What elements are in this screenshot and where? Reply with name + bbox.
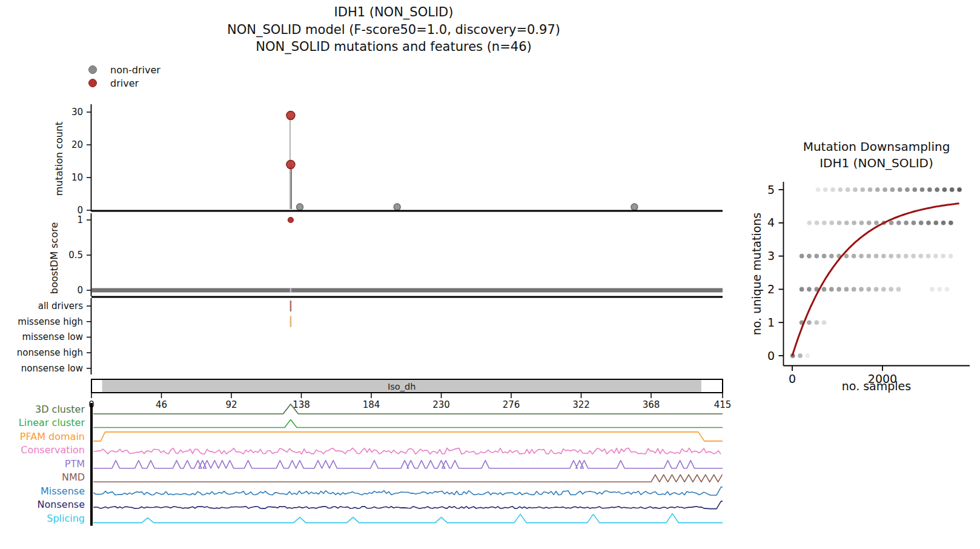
- ds-dot: [816, 187, 821, 192]
- ds-dot: [846, 187, 850, 192]
- driver-point: [286, 160, 295, 168]
- ds-dot: [844, 221, 849, 225]
- feature-track-nmd: [93, 474, 722, 482]
- ds-dot: [874, 221, 879, 225]
- ds-dot: [904, 254, 909, 259]
- ds-dot: [829, 221, 834, 225]
- ds-dot: [844, 287, 849, 292]
- ds-dot: [890, 187, 895, 192]
- x-axis-tick-label: 46: [156, 399, 167, 410]
- ds-dot: [896, 221, 901, 225]
- ds-dot: [800, 287, 804, 292]
- x-axis-tick-label: 276: [503, 399, 520, 410]
- ds-dot: [822, 287, 827, 292]
- ds-dot: [957, 187, 962, 192]
- ds-dot: [933, 221, 938, 225]
- ds-dot: [822, 221, 827, 225]
- ds-dot: [829, 254, 834, 259]
- ds-dot: [852, 254, 856, 259]
- needle-ytick-label: 10: [71, 172, 83, 183]
- panel-divider: [91, 296, 723, 298]
- ds-dot: [937, 287, 942, 292]
- ds-dot: [874, 287, 879, 292]
- tracks-row-label: missense low: [22, 331, 83, 342]
- ds-ytick-label: 5: [767, 183, 775, 196]
- ds-dot: [912, 187, 917, 192]
- ds-dot: [898, 187, 902, 192]
- feature-row-axis: [90, 485, 93, 499]
- ds-dot: [905, 187, 910, 192]
- ds-dot: [806, 353, 810, 358]
- feature-row-axis: [90, 444, 93, 458]
- feature-row-axis: [90, 512, 93, 526]
- ds-dot: [814, 254, 819, 259]
- feature-track-splicing: [93, 514, 723, 523]
- non-driver-point: [296, 204, 303, 210]
- x-axis-tick-label: 230: [432, 399, 450, 410]
- feature-track-conservation: [93, 448, 721, 454]
- ds-dot: [798, 353, 803, 358]
- ds-dot: [868, 187, 873, 192]
- ds-dot: [830, 187, 835, 192]
- ds-xtick-label: 0: [789, 372, 796, 385]
- ds-dot: [853, 187, 858, 192]
- feature-track-missense: [93, 487, 723, 496]
- ds-dot: [875, 187, 880, 192]
- ds-dot: [889, 221, 894, 225]
- tracks-row-label: nonsense high: [17, 347, 83, 358]
- feature-track-nonsense: [93, 501, 723, 509]
- x-axis-tick-label: 184: [363, 399, 380, 410]
- feature-row-axis: [90, 471, 93, 485]
- ds-dot: [904, 221, 909, 225]
- driver-point: [286, 111, 295, 119]
- ds-dot: [941, 221, 946, 225]
- ds-dot: [829, 287, 834, 292]
- ds-ytick-label: 1: [767, 316, 775, 329]
- ds-dot: [823, 187, 828, 192]
- feature-track-linear-cluster: [93, 420, 723, 428]
- ds-ytick-label: 0: [767, 349, 775, 362]
- boostdm-ytick-label: 0: [77, 285, 83, 296]
- ds-dot: [927, 187, 932, 192]
- ds-dot: [896, 254, 901, 259]
- ds-dot: [912, 221, 916, 225]
- x-axis-tick-label: 138: [293, 399, 310, 410]
- ds-dot: [889, 287, 893, 292]
- ds-dot: [822, 254, 827, 259]
- feature-row-axis: [90, 458, 93, 471]
- ds-dot: [807, 320, 812, 325]
- ds-dot: [867, 221, 872, 225]
- boostdm-ytick-label: 1: [77, 215, 83, 225]
- ds-dot: [933, 254, 938, 259]
- ds-dot: [935, 187, 939, 192]
- ds-xtick-label: 2000: [868, 372, 897, 385]
- tracks-row-label: all drivers: [38, 301, 83, 311]
- x-axis-tick-label: 322: [572, 399, 590, 410]
- ds-dot: [807, 221, 812, 225]
- feature-track-ptm: [93, 461, 723, 468]
- ds-dot: [949, 221, 953, 225]
- ds-dot: [815, 221, 819, 225]
- feature-row-axis: [90, 498, 93, 512]
- ds-dot: [926, 254, 931, 259]
- ds-dot: [859, 287, 864, 292]
- feature-row-axis: [90, 416, 93, 430]
- ds-dot: [837, 221, 842, 225]
- non-driver-point: [394, 204, 400, 210]
- ds-dot: [814, 320, 819, 325]
- plot-canvas: 010203000.51all driversmissense highmiss…: [0, 0, 980, 549]
- feature-row-axis: [90, 430, 93, 444]
- ds-dot: [926, 221, 931, 225]
- ds-dot: [836, 287, 841, 292]
- ds-dot: [889, 254, 893, 259]
- ds-ytick-label: 4: [767, 216, 775, 229]
- ds-dot: [941, 254, 945, 259]
- ds-dot: [881, 287, 886, 292]
- ds-dot: [852, 287, 856, 292]
- feature-track-3d-cluster: [93, 404, 723, 414]
- ds-dot: [807, 287, 812, 292]
- ds-ytick-label: 2: [767, 282, 775, 296]
- ds-dot: [852, 221, 856, 225]
- ds-dot: [920, 187, 925, 192]
- ds-dot: [860, 187, 865, 192]
